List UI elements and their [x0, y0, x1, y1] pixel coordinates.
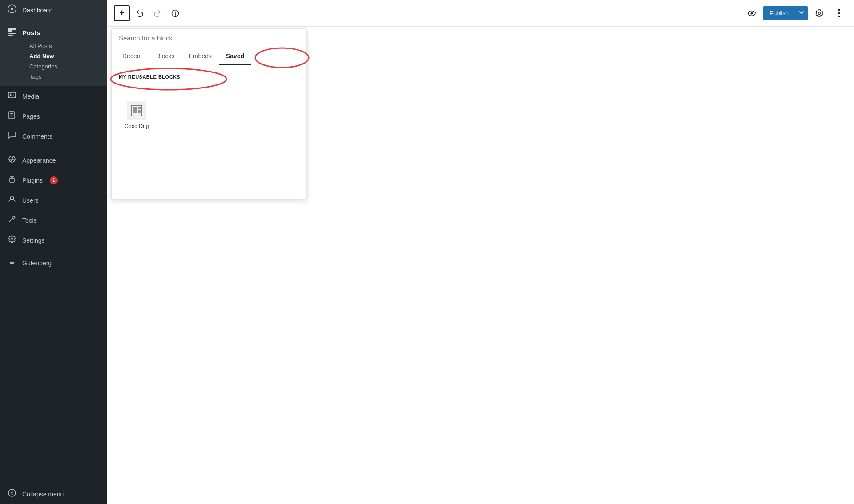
sidebar-item-media-label: Media [22, 93, 39, 100]
tools-icon [7, 215, 17, 226]
preview-button[interactable] [744, 5, 760, 21]
svg-point-15 [11, 238, 13, 240]
svg-rect-2 [8, 28, 12, 32]
posts-icon [7, 27, 17, 38]
sidebar-item-posts[interactable]: Posts All Posts Add New Categories Tags [0, 20, 107, 86]
svg-rect-4 [8, 33, 16, 34]
svg-rect-6 [8, 92, 16, 98]
svg-rect-3 [12, 28, 16, 30]
svg-point-20 [751, 12, 753, 14]
blocks-content: My Reusable Blocks [112, 65, 306, 199]
add-block-button[interactable]: + [114, 5, 130, 21]
svg-point-18 [175, 11, 176, 12]
toolbar-left: + [114, 5, 183, 21]
sidebar-item-tags[interactable]: Tags [7, 72, 100, 82]
sidebar-item-plugins[interactable]: Plugins 1 [0, 170, 107, 190]
pages-icon [7, 111, 17, 122]
sidebar-item-appearance[interactable]: Appearance [0, 150, 107, 170]
search-input[interactable] [119, 34, 299, 42]
svg-point-1 [11, 8, 13, 10]
media-icon [7, 91, 17, 102]
sidebar: Dashboard Posts All Posts Add New Catego… [0, 0, 107, 504]
svg-rect-9 [10, 113, 13, 114]
block-items-grid: Good Dog [119, 97, 299, 133]
sidebar-item-posts-label: Posts [22, 29, 40, 36]
users-icon [7, 195, 17, 206]
comments-icon [7, 131, 17, 142]
block-inserter-dropdown: Recent Blocks Embeds Saved My Reusable B… [111, 28, 307, 199]
sidebar-item-pages[interactable]: Pages [0, 106, 107, 126]
reusable-heading-wrapper: My Reusable Blocks [119, 72, 180, 85]
svg-point-22 [255, 48, 309, 68]
svg-point-21 [818, 12, 821, 14]
search-area [112, 29, 306, 48]
sidebar-item-settings[interactable]: Settings [0, 230, 107, 250]
info-button[interactable] [167, 5, 183, 21]
settings-gear-button[interactable] [811, 5, 827, 21]
settings-icon [7, 235, 17, 246]
collapse-icon [7, 488, 17, 500]
more-options-button[interactable]: ⋮ [831, 5, 847, 21]
sidebar-item-users[interactable]: Users [0, 190, 107, 210]
tab-saved[interactable]: Saved [219, 48, 251, 65]
sidebar-item-comments[interactable]: Comments [0, 126, 107, 146]
svg-rect-27 [138, 110, 141, 113]
sidebar-item-dashboard-label: Dashboard [22, 7, 53, 14]
svg-rect-11 [10, 116, 12, 116]
main-area: + [107, 0, 854, 504]
tabs-area: Recent Blocks Embeds Saved [112, 48, 306, 65]
plugins-icon [7, 175, 17, 186]
sidebar-item-pages-label: Pages [22, 113, 40, 120]
toolbar: + [107, 0, 854, 27]
sidebar-item-settings-label: Settings [22, 237, 45, 244]
sidebar-item-gutenberg[interactable]: ✒ Gutenberg [0, 254, 107, 272]
gutenberg-icon: ✒ [7, 259, 17, 267]
redo-button[interactable] [149, 5, 165, 21]
svg-rect-5 [8, 35, 13, 36]
tab-blocks[interactable]: Blocks [149, 48, 181, 65]
publish-dropdown-button[interactable] [795, 6, 808, 20]
block-item-icon [127, 101, 146, 120]
toolbar-right: Publish ⋮ [744, 5, 847, 21]
sidebar-item-plugins-label: Plugins [22, 177, 43, 184]
undo-button[interactable] [132, 5, 148, 21]
svg-rect-10 [10, 115, 13, 115]
sidebar-item-all-posts[interactable]: All Posts [7, 41, 100, 51]
sidebar-item-dashboard[interactable]: Dashboard [0, 0, 107, 20]
sidebar-item-appearance-label: Appearance [22, 157, 56, 164]
dashboard-icon [7, 4, 17, 16]
block-item-label: Good Dog [125, 123, 149, 129]
tab-embeds[interactable]: Embeds [182, 48, 219, 65]
block-item-good-dog[interactable]: Good Dog [119, 97, 154, 133]
svg-rect-25 [133, 107, 137, 113]
svg-point-7 [10, 94, 12, 95]
svg-point-16 [8, 489, 16, 496]
sidebar-item-comments-label: Comments [22, 133, 52, 140]
sidebar-item-categories[interactable]: Categories [7, 61, 100, 72]
sidebar-item-media[interactable]: Media [0, 86, 107, 106]
svg-rect-13 [10, 178, 14, 182]
sidebar-collapse[interactable]: Collapse menu [0, 484, 107, 504]
sidebar-collapse-label: Collapse menu [22, 491, 64, 498]
plugins-badge: 1 [50, 176, 58, 184]
svg-rect-26 [138, 107, 141, 109]
publish-button[interactable]: Publish [763, 6, 795, 20]
sidebar-item-tools[interactable]: Tools [0, 210, 107, 230]
sidebar-item-gutenberg-label: Gutenberg [22, 260, 52, 267]
appearance-icon [7, 155, 17, 166]
publish-wrapper: Publish [763, 6, 808, 20]
sidebar-item-tools-label: Tools [22, 217, 37, 224]
tab-recent[interactable]: Recent [115, 48, 149, 65]
sidebar-item-add-new[interactable]: Add New [7, 51, 100, 61]
publish-label: Publish [769, 10, 789, 16]
sidebar-item-users-label: Users [22, 197, 39, 204]
section-heading: My Reusable Blocks [119, 74, 180, 80]
